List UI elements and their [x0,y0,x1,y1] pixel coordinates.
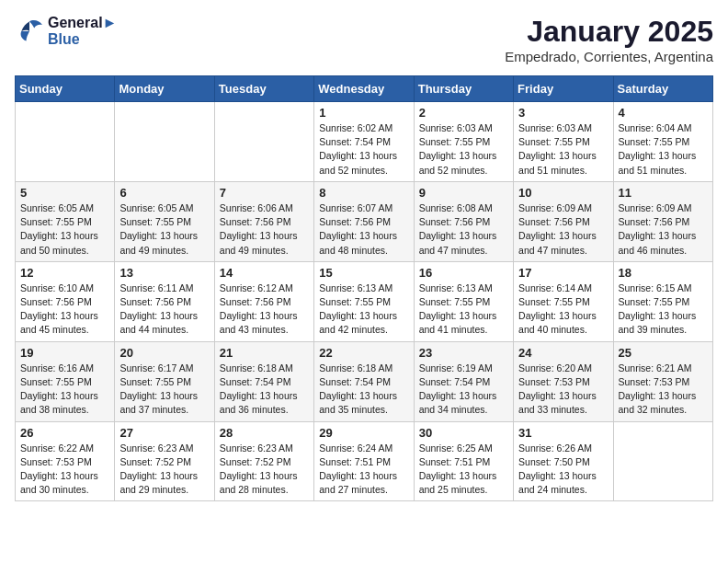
weekday-header: Sunday [16,76,115,102]
calendar-cell: 31Sunrise: 6:26 AM Sunset: 7:50 PM Dayli… [514,421,613,501]
day-number: 8 [319,186,408,200]
calendar-cell [214,102,313,182]
weekday-header: Monday [115,76,214,102]
day-number: 30 [419,426,508,440]
weekday-header: Wednesday [314,76,414,102]
calendar-week-row: 12Sunrise: 6:10 AM Sunset: 7:56 PM Dayli… [16,261,713,341]
calendar-cell: 27Sunrise: 6:23 AM Sunset: 7:52 PM Dayli… [115,421,214,501]
day-info: Sunrise: 6:07 AM Sunset: 7:56 PM Dayligh… [319,201,408,258]
calendar-table: SundayMondayTuesdayWednesdayThursdayFrid… [15,75,713,501]
calendar-cell: 21Sunrise: 6:18 AM Sunset: 7:54 PM Dayli… [214,341,313,421]
calendar-cell: 10Sunrise: 6:09 AM Sunset: 7:56 PM Dayli… [514,181,613,261]
calendar-cell: 6Sunrise: 6:05 AM Sunset: 7:55 PM Daylig… [115,181,214,261]
day-number: 11 [619,186,708,200]
logo-icon [15,18,44,44]
day-number: 15 [319,266,408,280]
calendar-cell: 25Sunrise: 6:21 AM Sunset: 7:53 PM Dayli… [613,341,712,421]
day-number: 3 [518,106,608,120]
day-info: Sunrise: 6:25 AM Sunset: 7:51 PM Dayligh… [419,442,508,498]
day-number: 1 [319,106,408,120]
day-info: Sunrise: 6:06 AM Sunset: 7:56 PM Dayligh… [220,201,309,258]
day-info: Sunrise: 6:09 AM Sunset: 7:56 PM Dayligh… [619,201,708,258]
calendar-cell: 7Sunrise: 6:06 AM Sunset: 7:56 PM Daylig… [214,181,313,261]
day-number: 25 [619,346,708,360]
calendar-cell [16,102,115,182]
day-number: 28 [220,426,309,440]
calendar-cell: 29Sunrise: 6:24 AM Sunset: 7:51 PM Dayli… [314,421,414,501]
day-info: Sunrise: 6:08 AM Sunset: 7:56 PM Dayligh… [419,201,508,258]
day-number: 4 [619,106,708,120]
day-number: 6 [119,186,209,200]
calendar-cell: 24Sunrise: 6:20 AM Sunset: 7:53 PM Dayli… [514,341,613,421]
calendar-cell: 19Sunrise: 6:16 AM Sunset: 7:55 PM Dayli… [16,341,115,421]
calendar-cell: 1Sunrise: 6:02 AM Sunset: 7:54 PM Daylig… [314,102,414,182]
calendar-cell: 3Sunrise: 6:03 AM Sunset: 7:55 PM Daylig… [514,102,613,182]
page-header: General► Blue January 2025 Empedrado, Co… [15,15,713,64]
day-info: Sunrise: 6:23 AM Sunset: 7:52 PM Dayligh… [220,442,309,498]
day-number: 13 [119,266,209,280]
day-info: Sunrise: 6:04 AM Sunset: 7:55 PM Dayligh… [619,121,708,178]
day-info: Sunrise: 6:14 AM Sunset: 7:55 PM Dayligh… [518,282,608,338]
day-info: Sunrise: 6:03 AM Sunset: 7:55 PM Dayligh… [518,121,608,178]
weekday-header: Thursday [414,76,513,102]
day-info: Sunrise: 6:10 AM Sunset: 7:56 PM Dayligh… [20,282,109,338]
calendar-cell [613,421,712,501]
day-info: Sunrise: 6:05 AM Sunset: 7:55 PM Dayligh… [119,201,209,258]
day-info: Sunrise: 6:13 AM Sunset: 7:55 PM Dayligh… [319,282,408,338]
day-number: 21 [220,346,309,360]
day-number: 23 [419,346,508,360]
day-number: 22 [319,346,408,360]
day-number: 18 [619,266,708,280]
logo-text: General► Blue [48,15,117,48]
calendar-cell: 2Sunrise: 6:03 AM Sunset: 7:55 PM Daylig… [414,102,513,182]
day-number: 31 [518,426,608,440]
day-info: Sunrise: 6:12 AM Sunset: 7:56 PM Dayligh… [220,282,309,338]
weekday-header-row: SundayMondayTuesdayWednesdayThursdayFrid… [16,76,713,102]
logo: General► Blue [15,15,117,48]
calendar-cell: 5Sunrise: 6:05 AM Sunset: 7:55 PM Daylig… [16,181,115,261]
calendar-cell: 26Sunrise: 6:22 AM Sunset: 7:53 PM Dayli… [16,421,115,501]
calendar-cell: 23Sunrise: 6:19 AM Sunset: 7:54 PM Dayli… [414,341,513,421]
calendar-cell: 4Sunrise: 6:04 AM Sunset: 7:55 PM Daylig… [613,102,712,182]
calendar-cell: 22Sunrise: 6:18 AM Sunset: 7:54 PM Dayli… [314,341,414,421]
day-info: Sunrise: 6:17 AM Sunset: 7:55 PM Dayligh… [119,362,209,418]
calendar-cell: 18Sunrise: 6:15 AM Sunset: 7:55 PM Dayli… [613,261,712,341]
calendar-cell: 17Sunrise: 6:14 AM Sunset: 7:55 PM Dayli… [514,261,613,341]
day-number: 14 [220,266,309,280]
day-number: 9 [419,186,508,200]
calendar-week-row: 1Sunrise: 6:02 AM Sunset: 7:54 PM Daylig… [16,102,713,182]
location-subtitle: Empedrado, Corrientes, Argentina [505,49,713,64]
day-info: Sunrise: 6:18 AM Sunset: 7:54 PM Dayligh… [220,362,309,418]
calendar-cell: 9Sunrise: 6:08 AM Sunset: 7:56 PM Daylig… [414,181,513,261]
month-year-title: January 2025 [505,15,713,49]
calendar-week-row: 5Sunrise: 6:05 AM Sunset: 7:55 PM Daylig… [16,181,713,261]
calendar-cell: 16Sunrise: 6:13 AM Sunset: 7:55 PM Dayli… [414,261,513,341]
calendar-week-row: 26Sunrise: 6:22 AM Sunset: 7:53 PM Dayli… [16,421,713,501]
day-info: Sunrise: 6:18 AM Sunset: 7:54 PM Dayligh… [319,362,408,418]
day-info: Sunrise: 6:23 AM Sunset: 7:52 PM Dayligh… [119,442,209,498]
day-info: Sunrise: 6:02 AM Sunset: 7:54 PM Dayligh… [319,121,408,178]
day-number: 17 [518,266,608,280]
day-number: 2 [419,106,508,120]
day-number: 20 [119,346,209,360]
day-number: 5 [20,186,109,200]
calendar-cell: 13Sunrise: 6:11 AM Sunset: 7:56 PM Dayli… [115,261,214,341]
title-block: January 2025 Empedrado, Corrientes, Arge… [505,15,713,64]
day-info: Sunrise: 6:13 AM Sunset: 7:55 PM Dayligh… [419,282,508,338]
day-number: 12 [20,266,109,280]
weekday-header: Tuesday [214,76,313,102]
day-number: 7 [220,186,309,200]
calendar-cell: 8Sunrise: 6:07 AM Sunset: 7:56 PM Daylig… [314,181,414,261]
day-number: 29 [319,426,408,440]
calendar-cell: 15Sunrise: 6:13 AM Sunset: 7:55 PM Dayli… [314,261,414,341]
weekday-header: Friday [514,76,613,102]
calendar-cell: 11Sunrise: 6:09 AM Sunset: 7:56 PM Dayli… [613,181,712,261]
day-info: Sunrise: 6:24 AM Sunset: 7:51 PM Dayligh… [319,442,408,498]
calendar-cell: 20Sunrise: 6:17 AM Sunset: 7:55 PM Dayli… [115,341,214,421]
day-info: Sunrise: 6:19 AM Sunset: 7:54 PM Dayligh… [419,362,508,418]
calendar-cell: 30Sunrise: 6:25 AM Sunset: 7:51 PM Dayli… [414,421,513,501]
calendar-cell: 28Sunrise: 6:23 AM Sunset: 7:52 PM Dayli… [214,421,313,501]
day-info: Sunrise: 6:21 AM Sunset: 7:53 PM Dayligh… [619,362,708,418]
day-info: Sunrise: 6:16 AM Sunset: 7:55 PM Dayligh… [20,362,109,418]
day-info: Sunrise: 6:05 AM Sunset: 7:55 PM Dayligh… [20,201,109,258]
